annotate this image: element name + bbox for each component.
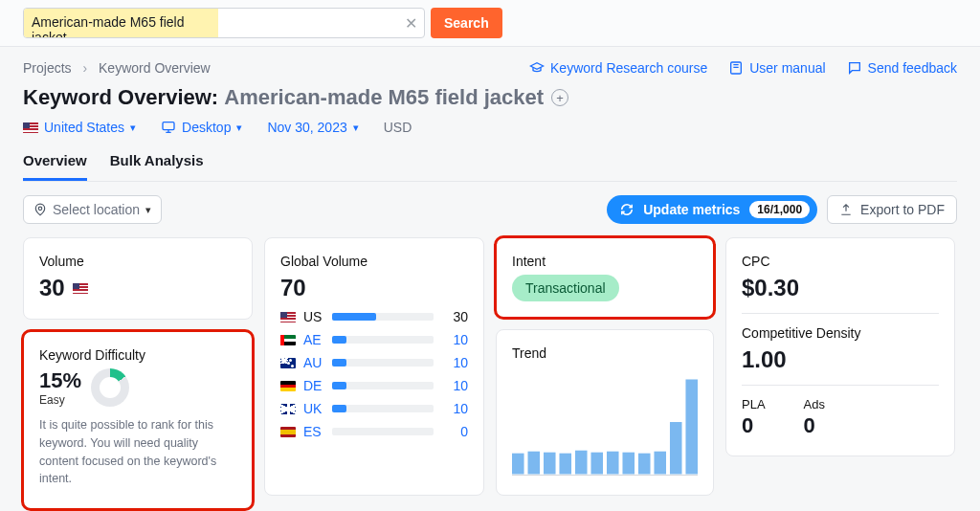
send-feedback-link[interactable]: Send feedback xyxy=(847,60,957,76)
country-code: ES xyxy=(303,424,324,439)
card-label: Volume xyxy=(39,254,236,269)
page-title-prefix: Keyword Overview: xyxy=(23,85,218,109)
user-manual-link[interactable]: User manual xyxy=(728,60,825,76)
search-container: American-made M65 field jacket ✕ xyxy=(23,8,425,38)
country-code: AU xyxy=(303,355,324,370)
au-flag-icon xyxy=(280,358,296,368)
ae-flag-icon xyxy=(280,335,296,345)
chevron-down-icon: ▾ xyxy=(236,122,242,134)
filter-label: Desktop xyxy=(182,120,231,135)
trend-bar xyxy=(559,454,571,475)
country-code: UK xyxy=(303,401,324,416)
trend-bar xyxy=(638,454,651,475)
tab-bulk-analysis[interactable]: Bulk Analysis xyxy=(110,152,204,181)
de-flag-icon xyxy=(280,381,296,391)
volume-value: 30 xyxy=(441,309,468,324)
volume-bar xyxy=(332,428,434,435)
us-flag-icon xyxy=(73,283,88,294)
volume-bar xyxy=(332,359,434,367)
trend-bar-chart xyxy=(512,367,698,481)
location-pin-icon xyxy=(33,203,47,216)
volume-bar xyxy=(332,336,434,344)
refresh-icon xyxy=(620,203,634,216)
volume-value: 10 xyxy=(441,332,468,347)
ads-label: Ads xyxy=(804,397,825,411)
filter-label: USD xyxy=(384,120,412,135)
breadcrumb: Projects › Keyword Overview xyxy=(23,60,211,76)
page-title: Keyword Overview: American-made M65 fiel… xyxy=(23,85,544,110)
country-filter[interactable]: United States ▾ xyxy=(23,120,136,135)
svg-rect-1 xyxy=(163,122,174,130)
difficulty-donut-chart xyxy=(91,368,129,407)
trend-bar xyxy=(575,451,588,475)
add-keyword-icon[interactable]: + xyxy=(551,89,568,106)
keyword-difficulty-card: Keyword Difficulty 15% Easy It is quite … xyxy=(23,331,253,509)
chevron-down-icon: ▾ xyxy=(130,122,136,134)
volume-value: 0 xyxy=(441,424,468,439)
chat-icon xyxy=(847,60,862,76)
update-metrics-button[interactable]: Update metrics 16/1,000 xyxy=(607,195,817,224)
intent-card: Intent Transactional xyxy=(496,237,714,318)
card-label: Intent xyxy=(512,254,698,269)
pla-label: PLA xyxy=(742,397,766,411)
card-label: Keyword Difficulty xyxy=(39,347,236,363)
graduation-cap-icon xyxy=(529,60,545,76)
date-filter[interactable]: Nov 30, 2023 ▾ xyxy=(267,120,358,135)
country-code: US xyxy=(303,309,324,324)
volume-value: 10 xyxy=(441,355,468,370)
filter-label: United States xyxy=(44,120,124,135)
breadcrumb-root[interactable]: Projects xyxy=(23,60,72,76)
pla-value: 0 xyxy=(742,413,766,438)
us-flag-icon xyxy=(280,312,296,322)
kd-description: It is quite possible to rank for this ke… xyxy=(39,416,236,488)
country-code: DE xyxy=(303,378,324,393)
link-label: User manual xyxy=(749,60,825,76)
metrics-count-pill: 16/1,000 xyxy=(749,201,810,218)
select-location-label: Select location xyxy=(53,202,140,217)
global-volume-row[interactable]: AE10 xyxy=(280,332,468,347)
button-label: Export to PDF xyxy=(860,202,945,217)
cpc-card: CPC $0.30 Competitive Density 1.00 PLA 0… xyxy=(725,237,955,456)
trend-bar xyxy=(512,454,524,475)
upload-icon xyxy=(839,203,853,216)
global-volume-row[interactable]: AU10 xyxy=(280,355,468,370)
card-label: Competitive Density xyxy=(742,325,939,341)
country-code: AE xyxy=(303,332,324,347)
volume-bar xyxy=(332,313,434,321)
search-input[interactable]: American-made M65 field jacket xyxy=(24,9,218,37)
clear-search-icon[interactable]: ✕ xyxy=(397,14,424,33)
breadcrumb-current: Keyword Overview xyxy=(99,60,211,76)
export-pdf-button[interactable]: Export to PDF xyxy=(827,195,957,224)
trend-bar xyxy=(590,453,603,475)
global-volume-row[interactable]: UK10 xyxy=(280,401,468,416)
select-location-dropdown[interactable]: Select location ▾ xyxy=(23,195,162,224)
global-volume-list: US30AE10AU10DE10UK10ES0 xyxy=(280,309,468,439)
volume-value: 30 xyxy=(39,275,65,301)
card-label: Global Volume xyxy=(280,254,468,269)
chevron-right-icon: › xyxy=(82,60,87,76)
filter-label: Nov 30, 2023 xyxy=(267,120,346,135)
keyword-research-course-link[interactable]: Keyword Research course xyxy=(529,60,707,76)
link-label: Keyword Research course xyxy=(550,60,707,76)
card-label: Trend xyxy=(512,345,698,361)
kd-percent: 15% xyxy=(39,368,81,393)
search-button[interactable]: Search xyxy=(431,8,502,38)
volume-card: Volume 30 xyxy=(23,237,253,320)
uk-flag-icon xyxy=(280,404,296,414)
volume-bar xyxy=(332,382,434,389)
trend-bar xyxy=(544,453,556,475)
trend-bar xyxy=(527,452,540,475)
button-label: Update metrics xyxy=(643,202,740,217)
global-volume-row: US30 xyxy=(280,309,468,324)
chevron-down-icon: ▾ xyxy=(145,204,151,216)
tab-overview[interactable]: Overview xyxy=(23,152,87,181)
currency-filter: USD xyxy=(384,120,412,135)
competitive-density-value: 1.00 xyxy=(742,346,939,373)
trend-bar xyxy=(607,452,619,475)
global-volume-row[interactable]: ES0 xyxy=(280,424,468,439)
trend-bar xyxy=(670,422,682,474)
device-filter[interactable]: Desktop ▾ xyxy=(161,120,242,135)
trend-card: Trend xyxy=(496,329,714,496)
global-volume-row[interactable]: DE10 xyxy=(280,378,468,393)
intent-badge: Transactional xyxy=(512,275,619,301)
